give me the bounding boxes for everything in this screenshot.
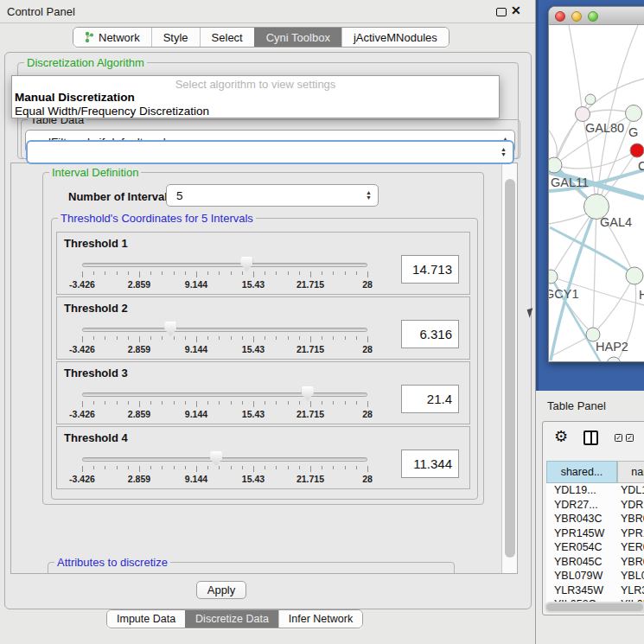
tab-select[interactable]: Select [200,28,254,47]
cell-shared-name[interactable]: YPR145W [546,526,617,541]
threshold-value-field[interactable]: 11.344 [401,450,459,478]
cell-name[interactable]: YBR045C [617,555,644,570]
cell-name[interactable]: YDL19 [617,483,644,498]
tab-jactivemnodules[interactable]: jActiveMNodules [341,28,449,47]
algorithm-option-equal-width[interactable]: Equal Width/Frequency Discretization [15,105,209,118]
tab-network[interactable]: Network [73,28,151,47]
column-header-shared-name[interactable]: shared... [546,461,617,483]
vertical-scrollbar[interactable] [501,163,518,574]
horizontal-scrollbar-thumb[interactable] [546,603,643,611]
checkbox-icon[interactable]: ✓ [626,434,634,442]
thresholds-group-title: Threshold's Coordinates for 5 Intervals [58,212,256,225]
slider-tick [196,336,197,342]
tab-style[interactable]: Style [151,28,200,47]
slider-tick [117,271,118,275]
slider-tick [322,336,322,340]
cell-name[interactable]: YER054C [617,540,644,555]
cell-name[interactable]: YDR27 [617,498,644,513]
cell-shared-name[interactable]: YER054C [546,540,617,555]
zoom-traffic-light-icon[interactable] [588,11,598,22]
close-icon[interactable]: ✕ [511,3,521,17]
table-row[interactable]: YDL19...YDL19 [546,483,644,498]
tab-cyni-toolbox[interactable]: Cyni Toolbox [254,28,341,47]
tab-infer-network[interactable]: Infer Network [278,610,362,628]
table-row[interactable]: YER054CYER054C [546,540,644,555]
table-row[interactable]: YBL079WYBL079W [546,569,644,583]
slider-thumb[interactable] [210,451,222,466]
slider-tick [299,401,300,405]
slider-thumb[interactable] [164,322,176,336]
tab-discretize-data[interactable]: Discretize Data [185,610,278,628]
split-columns-icon[interactable] [583,430,598,445]
threshold-value-field[interactable]: 21.4 [401,385,459,413]
slider-tick [93,466,94,469]
cell-name[interactable]: YPR145W [617,526,644,541]
cell-shared-name[interactable]: YBL079W [546,569,617,583]
column-header-name[interactable]: name [617,461,644,483]
float-window-icon[interactable] [496,8,507,16]
node-label: GAL11 [551,175,589,189]
table-row[interactable]: YBR045CYBR045C [546,555,644,570]
threshold-value-field[interactable]: 6.316 [401,320,459,348]
cell-name[interactable]: YBL079W [617,569,644,583]
table-row[interactable]: YDR27...YDR27 [546,498,644,513]
cell-shared-name[interactable]: YDR27... [546,498,617,513]
node-table-card: ⚙ ✓ ✓ shared... name YDL19...YDL19YDR27.… [542,421,644,615]
table-row[interactable]: YPR145WYPR145W [546,526,644,541]
algorithm-option-manual[interactable]: Manual Discretization [15,91,135,104]
cell-shared-name[interactable]: YLR345W [546,583,617,598]
network-canvas[interactable]: GAL80GCGAL11GAL4GCY1HHAP2 [549,25,644,362]
cell-shared-name[interactable]: YDL19... [546,483,617,498]
slider-thumb[interactable] [240,257,252,271]
slider-tick [139,336,140,342]
close-traffic-light-icon[interactable] [555,11,565,22]
table-row[interactable]: YBR043CYBR043C [546,512,644,526]
slider-tick [310,401,311,407]
slider-tick [322,466,322,469]
network-node-gal80[interactable] [576,107,590,122]
settings-gear-icon[interactable]: ⚙ [554,427,568,446]
cyni-toolbox-panel: Discretization Algorithm ▲▼ Table Data g… [4,52,532,609]
slider-tick [207,401,208,405]
tab-impute-data[interactable]: Impute Data [107,610,185,628]
network-graph[interactable]: GAL80GCGAL11GAL4GCY1HHAP2 [549,25,644,362]
slider-tick [196,466,197,472]
network-node[interactable] [585,94,596,105]
interval-definition-group-title: Interval Definition [49,166,141,179]
table-row[interactable]: YLR345WYLR345W [546,583,644,598]
slider-thumb[interactable] [302,386,314,401]
network-window-titlebar[interactable] [549,7,644,25]
apply-button[interactable]: Apply [196,581,246,599]
slider-tick [105,271,105,275]
slider-tick [310,336,311,342]
network-node-g[interactable] [626,105,642,122]
cell-shared-name[interactable]: YBR045C [546,555,617,570]
network-node-c[interactable] [630,143,644,157]
network-node-h[interactable] [626,267,643,284]
network-node-gal11[interactable] [549,157,562,173]
threshold-value-field[interactable]: 14.713 [401,255,459,284]
threshold-panel: Threshold 1-3.4262.8599.14415.4321.71528… [56,232,470,295]
horizontal-scrollbar[interactable] [545,602,644,613]
tab-label: Style [163,31,188,44]
network-node-gcy1[interactable] [549,270,558,284]
slider-tick [185,466,186,469]
checkbox-icon[interactable]: ✓ [615,434,622,442]
number-of-intervals-combobox[interactable]: 5 ▲▼ [166,184,379,207]
slider-track[interactable] [82,263,367,267]
slider-track[interactable] [82,392,367,397]
slider-tick [105,401,105,405]
cell-name[interactable]: YBR043C [617,512,644,526]
cell-shared-name[interactable]: YBR043C [546,512,617,526]
slider-track[interactable] [82,457,367,462]
attributes-group-title: Attributes to discretize [54,556,170,569]
slider-tick [345,271,346,275]
slider-tick [265,336,265,340]
cell-name[interactable]: YLR345W [617,583,644,598]
algorithm-combobox[interactable]: ▲▼ [26,140,514,164]
vertical-scrollbar-thumb[interactable] [505,179,515,558]
slider-tick [128,336,129,340]
slider-tick [128,466,129,469]
minimize-traffic-light-icon[interactable] [571,11,582,22]
slider-track[interactable] [82,328,367,332]
